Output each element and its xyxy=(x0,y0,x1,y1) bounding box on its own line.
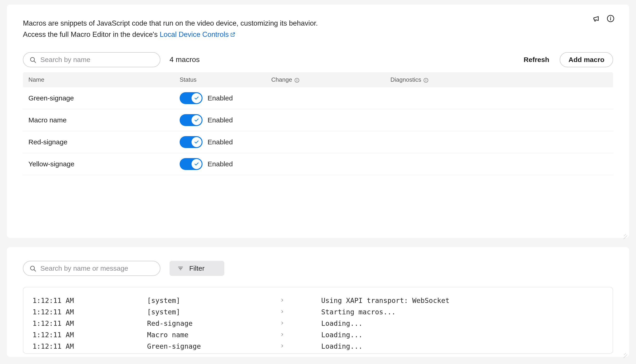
enable-toggle[interactable] xyxy=(180,92,202,104)
table-row[interactable]: Macro name Enabled xyxy=(23,109,613,131)
info-icon[interactable] xyxy=(607,15,614,22)
status-text: Enabled xyxy=(207,116,233,124)
log-output: 1:12:11 AM [system] Using XAPI transport… xyxy=(23,287,613,354)
intro-line1: Macros are snippets of JavaScript code t… xyxy=(23,18,389,28)
search-icon xyxy=(29,265,36,272)
log-source: Macro name xyxy=(147,331,275,339)
enable-toggle[interactable] xyxy=(180,114,202,126)
macros-table: Name Status Change Diagnostics Green-sig… xyxy=(23,72,613,175)
log-toolbar: Filter xyxy=(23,261,613,276)
check-icon xyxy=(194,96,199,101)
status-text: Enabled xyxy=(207,138,233,146)
log-source: Red-signage xyxy=(147,320,275,328)
col-status: Status xyxy=(180,76,271,83)
log-search-input[interactable] xyxy=(40,264,154,272)
info-icon[interactable] xyxy=(294,77,299,82)
refresh-button[interactable]: Refresh xyxy=(522,54,551,66)
log-message: Using XAPI transport: WebSocket xyxy=(321,296,603,304)
log-search-wrapper[interactable] xyxy=(23,261,160,276)
chevron-right-icon xyxy=(280,308,317,315)
announcements-icon[interactable] xyxy=(592,15,600,22)
search-input[interactable] xyxy=(40,56,154,64)
log-row: 1:12:11 AM Red-signage Loading... xyxy=(33,318,603,329)
add-macro-button[interactable]: Add macro xyxy=(560,52,613,67)
log-source: Green-signage xyxy=(147,342,275,350)
macro-name: Yellow-signage xyxy=(29,160,180,168)
log-source: [system] xyxy=(147,308,275,316)
resize-handle[interactable] xyxy=(621,230,628,236)
log-panel: Filter 1:12:11 AM [system] Using XAPI tr… xyxy=(7,247,629,357)
macro-name: Macro name xyxy=(29,116,180,124)
filter-button[interactable]: Filter xyxy=(169,261,224,276)
log-time: 1:12:11 AM xyxy=(33,308,142,316)
table-row[interactable]: Red-signage Enabled xyxy=(23,131,613,153)
log-row: 1:12:11 AM [system] Starting macros... xyxy=(33,306,603,318)
log-source: [system] xyxy=(147,296,275,304)
search-icon xyxy=(29,56,36,63)
check-icon xyxy=(194,118,199,123)
log-row: 1:12:11 AM [system] Using XAPI transport… xyxy=(33,295,603,306)
external-link-icon xyxy=(230,30,236,36)
log-time: 1:12:11 AM xyxy=(33,296,142,304)
chevron-right-icon xyxy=(280,297,317,304)
macros-panel: Macros are snippets of JavaScript code t… xyxy=(7,4,629,238)
log-row: 1:12:11 AM Green-signage Loading... xyxy=(33,340,603,352)
table-header: Name Status Change Diagnostics xyxy=(23,72,613,88)
log-row: 1:12:11 AM Macro name Loading... xyxy=(33,329,603,340)
macros-toolbar: 4 macros Refresh Add macro xyxy=(23,52,613,67)
log-time: 1:12:11 AM xyxy=(33,342,142,350)
status-text: Enabled xyxy=(207,94,233,102)
intro-text: Macros are snippets of JavaScript code t… xyxy=(23,18,389,40)
local-device-controls-link[interactable]: Local Device Controls xyxy=(160,30,236,38)
col-diagnostics: Diagnostics xyxy=(390,76,607,83)
check-icon xyxy=(194,162,199,166)
col-change: Change xyxy=(271,76,390,83)
status-text: Enabled xyxy=(207,160,233,168)
chevron-right-icon xyxy=(280,343,317,350)
enable-toggle[interactable] xyxy=(180,158,202,170)
search-wrapper[interactable] xyxy=(23,52,160,67)
macro-name: Red-signage xyxy=(29,138,180,146)
intro-line2: Access the full Macro Editor in the devi… xyxy=(23,30,389,40)
filter-icon xyxy=(177,265,184,272)
log-message: Loading... xyxy=(321,331,603,339)
col-name: Name xyxy=(29,76,180,83)
log-message: Loading... xyxy=(321,342,603,350)
log-message: Loading... xyxy=(321,320,603,328)
macro-name: Green-signage xyxy=(29,94,180,102)
table-row[interactable]: Yellow-signage Enabled xyxy=(23,153,613,175)
chevron-right-icon xyxy=(280,331,317,338)
table-row[interactable]: Green-signage Enabled xyxy=(23,88,613,109)
log-time: 1:12:11 AM xyxy=(33,331,142,339)
chevron-right-icon xyxy=(280,320,317,327)
check-icon xyxy=(194,140,199,144)
resize-handle[interactable] xyxy=(621,349,628,356)
info-icon[interactable] xyxy=(423,77,429,82)
log-message: Starting macros... xyxy=(321,308,603,316)
enable-toggle[interactable] xyxy=(180,136,202,148)
log-time: 1:12:11 AM xyxy=(33,320,142,328)
macro-count: 4 macros xyxy=(169,55,200,64)
